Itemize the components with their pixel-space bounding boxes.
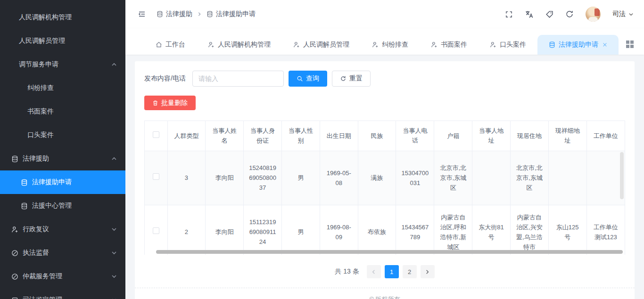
header-checkbox-cell <box>145 121 167 151</box>
sidebar-item-label: 人民调解机构管理 <box>19 13 72 22</box>
tab-mediation-org[interactable]: 人民调解机构管理 <box>197 35 282 55</box>
reset-button[interactable]: 重置 <box>332 71 371 87</box>
main-area: 法律援助 法律援助申请 司法 工作台 <box>125 0 644 299</box>
sidebar-item-written-case[interactable]: 书面案件 <box>0 100 125 123</box>
user-add-icon <box>11 226 18 233</box>
horizontal-scrollbar[interactable] <box>156 250 623 254</box>
cell: 满族 <box>358 151 396 205</box>
sidebar-item-mediation-service[interactable]: 调节服务申请 <box>0 53 125 76</box>
column-header: 当事人性别 <box>281 121 320 151</box>
breadcrumb-legal-aid-apply[interactable]: 法律援助申请 <box>206 10 256 18</box>
column-header: 当事人姓名 <box>206 121 244 151</box>
chevron-down-icon <box>111 274 117 279</box>
sidebar-item-label: 人民调解员管理 <box>19 37 65 45</box>
column-header: 当事人电话 <box>396 121 434 151</box>
batch-delete-label: 批量删除 <box>161 99 188 107</box>
column-header: 现祥细地址 <box>548 121 586 151</box>
cell <box>472 151 511 205</box>
sidebar-item-label: 书面案件 <box>27 107 54 116</box>
sidebar-item-legal-aid[interactable]: 法律援助 <box>0 147 125 170</box>
cell: 1969-08-09 <box>320 205 358 255</box>
breadcrumb-legal-aid[interactable]: 法律援助 <box>157 10 192 18</box>
breadcrumb-separator-icon <box>197 12 202 16</box>
tab-legal-aid-apply[interactable]: 法律援助申请 <box>537 35 619 55</box>
username-label: 司法 <box>612 10 626 18</box>
search-button[interactable]: 查询 <box>289 71 327 87</box>
column-header: 民族 <box>358 121 396 151</box>
chevron-up-icon <box>111 62 117 67</box>
filter-label: 发布内容/电话 <box>144 74 186 83</box>
tab-written-case[interactable]: 书面案件 <box>420 35 479 55</box>
database-icon <box>157 11 163 17</box>
tab-workbench[interactable]: 工作台 <box>144 35 197 55</box>
tab-mediator-mgmt[interactable]: 人民调解员管理 <box>282 35 361 55</box>
sidebar-item-legal-aid-center[interactable]: 法援中心管理 <box>0 194 125 218</box>
monitor-circle-icon <box>11 273 18 280</box>
tabs: 工作台 人民调解机构管理 人民调解员管理 纠纷排查 书面案件 口头案件 <box>144 35 622 55</box>
column-header: 人群类型 <box>167 121 206 151</box>
prev-page-button[interactable] <box>367 265 381 278</box>
reset-icon <box>340 75 347 82</box>
cell: 男 <box>281 151 320 205</box>
translate-icon[interactable] <box>525 10 534 19</box>
sidebar-item-label: 司法鉴定管理 <box>23 296 62 299</box>
select-all-checkbox[interactable] <box>153 131 159 138</box>
tab-oral-case[interactable]: 口头案件 <box>479 35 537 55</box>
chevron-down-icon <box>111 226 117 232</box>
breadcrumb-label: 法律援助申请 <box>216 10 256 18</box>
sidebar-item-mediation-org[interactable]: 人民调解机构管理 <box>0 6 125 29</box>
content-area: 发布内容/电话 查询 重置 批量删除 <box>125 55 644 299</box>
cell: 151123196908091124 <box>244 205 282 255</box>
sidebar-item-legal-aid-apply[interactable]: 法律援助申请 <box>0 170 125 194</box>
trash-icon <box>152 100 158 106</box>
search-input[interactable] <box>192 71 284 87</box>
row-checkbox-cell <box>145 151 167 205</box>
page-2-button[interactable]: 2 <box>403 265 417 278</box>
avatar[interactable] <box>586 7 601 22</box>
top-header: 法律援助 法律援助申请 司法 <box>125 0 644 28</box>
sidebar-item-admin-review[interactable]: 行政复议 <box>0 218 125 241</box>
sidebar-item-mediator-mgmt[interactable]: 人民调解员管理 <box>0 29 125 53</box>
cell <box>586 151 625 205</box>
vertical-scrollbar[interactable] <box>620 152 624 199</box>
next-page-button[interactable] <box>421 265 435 278</box>
tab-label: 工作台 <box>165 40 185 49</box>
cell: 3 <box>167 151 206 205</box>
tab-label: 人民调解机构管理 <box>218 40 271 49</box>
sidebar-item-judicial-appraisal[interactable]: 司法鉴定管理 <box>0 288 125 299</box>
table-row: 3 李向阳 152408196905080037 男 1969-05-08 满族… <box>145 151 625 205</box>
chevron-left-icon <box>371 269 376 275</box>
chevron-right-icon <box>425 269 430 275</box>
menu-fold-icon[interactable] <box>138 10 146 18</box>
sidebar-item-label: 调节服务申请 <box>19 60 58 69</box>
close-icon[interactable] <box>603 42 607 47</box>
header-actions: 司法 <box>505 7 634 22</box>
pagination-total: 共 13 条 <box>335 267 359 276</box>
user-add-icon <box>293 41 300 48</box>
row-checkbox[interactable] <box>153 227 159 234</box>
tab-options-grid-icon[interactable] <box>626 40 634 48</box>
row-checkbox[interactable] <box>153 173 159 180</box>
batch-delete-button[interactable]: 批量删除 <box>144 96 196 110</box>
sidebar-item-label: 法援中心管理 <box>32 202 72 210</box>
tab-dispute-check[interactable]: 纠纷排查 <box>361 35 420 55</box>
monitor-circle-icon <box>11 297 18 299</box>
tag-icon[interactable] <box>545 10 553 18</box>
sidebar-item-arbitration[interactable]: 仲裁服务管理 <box>0 265 125 288</box>
sidebar-item-oral-case[interactable]: 口头案件 <box>0 123 125 147</box>
refresh-icon[interactable] <box>565 10 574 18</box>
page-1-button[interactable]: 1 <box>385 265 399 278</box>
sidebar: 人民调解机构管理 人民调解员管理 调节服务申请 纠纷排查 书面案件 口头案件 法… <box>0 0 125 299</box>
table-header-row: 人群类型 当事人姓名 当事人身份证 当事人性别 出生日期 民族 当事人电话 户籍… <box>145 121 625 151</box>
cell: 北京市,北京市,东城区 <box>434 151 472 205</box>
cell: 李向阳 <box>206 205 244 255</box>
breadcrumb: 法律援助 法律援助申请 <box>157 10 256 18</box>
filter-bar: 发布内容/电话 查询 重置 <box>144 71 625 87</box>
sidebar-item-law-supervision[interactable]: 执法监督 <box>0 241 125 265</box>
sidebar-item-dispute-check[interactable]: 纠纷排查 <box>0 76 125 100</box>
cell: 内蒙古自治区,兴安盟,乌兰浩特市 <box>510 205 548 255</box>
user-add-icon <box>208 41 215 48</box>
user-menu[interactable]: 司法 <box>612 10 634 18</box>
database-icon <box>11 155 18 162</box>
fullscreen-icon[interactable] <box>505 10 513 18</box>
